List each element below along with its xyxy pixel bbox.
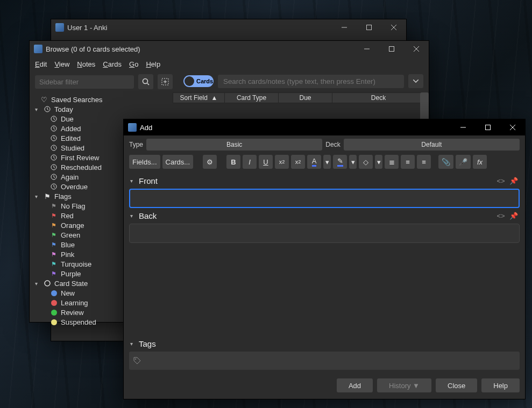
back-field-header[interactable]: ▾ Back <> 📌 xyxy=(129,208,520,224)
highlight-button[interactable]: ✎ xyxy=(333,155,347,169)
italic-button[interactable]: I xyxy=(243,155,257,169)
main-title: User 1 - Anki xyxy=(67,24,107,32)
close-add-button[interactable]: Close xyxy=(436,378,477,392)
tags-input[interactable] xyxy=(129,352,520,370)
svg-rect-1 xyxy=(367,25,372,30)
history-button[interactable]: History ▼ xyxy=(377,378,431,392)
eraser-button[interactable]: ◇ xyxy=(359,155,373,169)
close-button[interactable] xyxy=(404,41,429,57)
anki-icon xyxy=(34,45,42,53)
deck-selector[interactable]: Default xyxy=(344,139,520,151)
close-button[interactable] xyxy=(500,119,525,135)
type-label: Type xyxy=(129,141,143,148)
svg-line-21 xyxy=(54,128,55,130)
ordered-list-button[interactable]: ≡ xyxy=(401,155,415,169)
highlighter-icon: ✎ xyxy=(337,158,343,167)
highlight-menu[interactable]: ▾ xyxy=(349,155,357,169)
bold-button[interactable]: B xyxy=(226,155,240,169)
add-button[interactable]: Add xyxy=(337,378,373,392)
flag-icon: ⚑ xyxy=(50,241,58,248)
numbered-list-icon: ≡ xyxy=(406,158,410,166)
clock-icon xyxy=(50,174,58,180)
cards-button[interactable]: Cards... xyxy=(162,155,194,169)
main-titlebar[interactable]: User 1 - Anki xyxy=(51,19,406,35)
svg-line-36 xyxy=(54,177,55,178)
eraser-menu[interactable]: ▾ xyxy=(375,155,382,169)
html-toggle-icon[interactable]: <> xyxy=(496,177,506,185)
alignment-button[interactable]: ≡ xyxy=(417,155,431,169)
eraser-icon: ◇ xyxy=(363,158,368,166)
equation-button[interactable]: fx xyxy=(473,155,487,169)
menu-edit[interactable]: Edit xyxy=(35,60,47,68)
html-toggle-icon[interactable]: <> xyxy=(496,212,506,220)
tags-header[interactable]: ▾ Tags xyxy=(129,336,520,352)
record-audio-button[interactable]: 🎤 xyxy=(456,155,471,169)
circle-icon xyxy=(50,290,58,296)
clock-icon xyxy=(50,183,58,190)
note-type-selector[interactable]: Basic xyxy=(146,139,322,151)
menu-go[interactable]: Go xyxy=(129,60,138,68)
minimize-button[interactable] xyxy=(451,119,476,135)
menu-help[interactable]: Help xyxy=(146,60,160,68)
column-sort-field[interactable]: Sort Field ▲ xyxy=(173,93,225,103)
menu-view[interactable]: View xyxy=(54,60,69,68)
text-color-menu[interactable]: ▾ xyxy=(323,155,331,169)
menu-cards[interactable]: Cards xyxy=(103,60,122,68)
sidebar-saved-searches[interactable]: ♡ Saved Searches xyxy=(33,95,169,104)
maximize-button[interactable] xyxy=(357,19,381,35)
flag-icon: ⚑ xyxy=(50,251,58,258)
back-field-input[interactable] xyxy=(129,224,520,243)
clock-icon xyxy=(50,116,58,122)
chevron-down-icon: ▾ xyxy=(130,341,136,347)
anki-icon xyxy=(128,123,137,132)
add-window: Add Type Basic Deck Default Fields... Ca… xyxy=(123,119,526,399)
superscript-button[interactable]: x2 xyxy=(275,155,289,169)
browse-title: Browse (0 of 0 cards selected) xyxy=(46,45,140,53)
fields-button[interactable]: Fields... xyxy=(129,155,160,169)
svg-line-30 xyxy=(54,158,55,159)
column-deck[interactable]: Deck xyxy=(332,93,425,103)
browse-titlebar[interactable]: Browse (0 of 0 cards selected) xyxy=(30,41,429,57)
paperclip-icon: 📎 xyxy=(442,158,450,166)
help-button[interactable]: Help xyxy=(481,378,520,392)
column-due[interactable]: Due xyxy=(279,93,332,103)
search-icon[interactable] xyxy=(138,74,153,89)
anki-icon xyxy=(55,23,64,32)
clock-icon xyxy=(50,135,58,141)
maximize-button[interactable] xyxy=(476,119,500,135)
circle-icon xyxy=(44,280,51,287)
bullet-list-icon: ≣ xyxy=(389,158,395,166)
clock-icon xyxy=(50,154,58,161)
attachment-button[interactable]: 📎 xyxy=(438,155,453,169)
chevron-down-icon: ▾ xyxy=(130,178,136,184)
minimize-button[interactable] xyxy=(332,19,357,35)
pin-icon[interactable]: 📌 xyxy=(509,177,519,185)
search-dropdown-button[interactable] xyxy=(408,74,423,88)
menu-notes[interactable]: Notes xyxy=(77,60,95,68)
unordered-list-button[interactable]: ≣ xyxy=(385,155,399,169)
sidebar-today[interactable]: ▾ Today xyxy=(33,104,169,114)
select-all-icon[interactable] xyxy=(158,74,173,89)
column-card-type[interactable]: Card Type xyxy=(225,93,279,103)
cards-notes-toggle[interactable]: Cards xyxy=(183,75,214,87)
clock-icon xyxy=(50,145,58,151)
flag-icon: ⚑ xyxy=(50,232,58,239)
search-input[interactable] xyxy=(218,75,404,88)
front-field-input[interactable] xyxy=(129,189,520,208)
maximize-button[interactable] xyxy=(379,41,404,57)
clock-icon xyxy=(50,125,58,132)
minimize-button[interactable] xyxy=(354,41,379,57)
underline-button[interactable]: U xyxy=(259,155,273,169)
pin-icon[interactable]: 📌 xyxy=(509,212,519,220)
add-titlebar[interactable]: Add xyxy=(124,119,525,135)
svg-line-33 xyxy=(54,167,55,168)
close-button[interactable] xyxy=(381,19,406,35)
circle-icon xyxy=(50,319,58,325)
front-field-header[interactable]: ▾ Front <> 📌 xyxy=(129,173,520,189)
subscript-button[interactable]: x2 xyxy=(291,155,305,169)
flag-icon: ⚑ xyxy=(50,270,58,277)
sidebar-filter-input[interactable] xyxy=(35,75,134,89)
circle-icon xyxy=(50,310,58,316)
options-button[interactable]: ⚙ xyxy=(203,155,217,169)
text-color-button[interactable]: A xyxy=(307,155,321,169)
